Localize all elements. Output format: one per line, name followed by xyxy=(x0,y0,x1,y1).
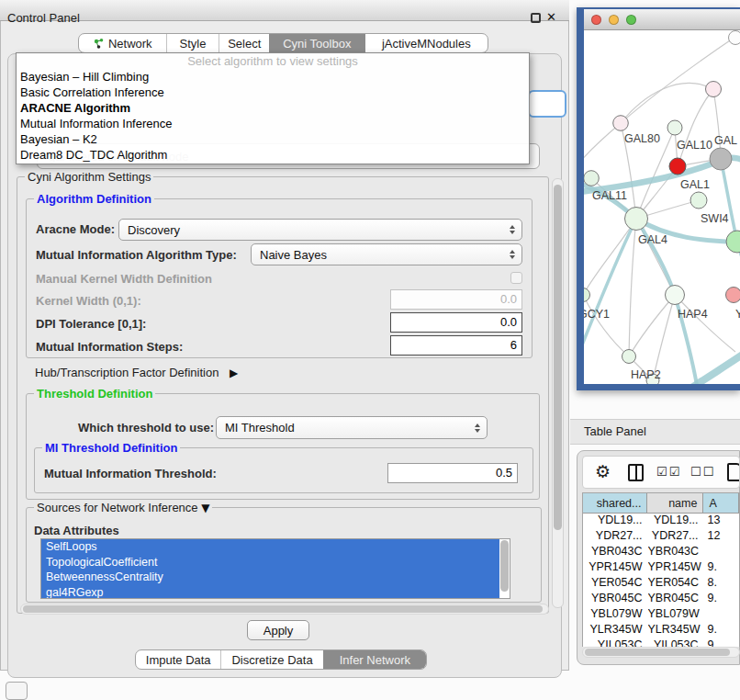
floating-handle-button[interactable] xyxy=(6,682,28,700)
attribute-item[interactable]: gal4RGexp xyxy=(41,585,499,600)
attribute-item[interactable]: TopologicalCoefficient xyxy=(41,555,499,570)
dpi-tolerance-field[interactable]: 0.0 xyxy=(390,312,522,333)
dropdown-item[interactable]: Basic Correlation Inference xyxy=(17,85,529,100)
control-panel-tabbar: Network Style Select Cyni Toolbox jActiv… xyxy=(78,33,488,53)
dropdown-item[interactable]: Mutual Information Inference xyxy=(17,116,529,131)
which-threshold-combobox[interactable]: MI Threshold xyxy=(216,416,488,439)
apply-button[interactable]: Apply xyxy=(247,620,309,640)
attribute-item[interactable]: SelfLoops xyxy=(41,539,499,555)
minimize-traffic-light[interactable] xyxy=(609,15,619,25)
table-row[interactable]: YIL053CYIL053C9 xyxy=(583,638,739,647)
network-edge-highlighted[interactable] xyxy=(584,219,636,352)
manual-kernel-checkbox[interactable] xyxy=(510,272,522,284)
network-node[interactable] xyxy=(690,192,707,209)
table-cell: YLR345W xyxy=(583,623,648,638)
table-row[interactable]: YDL19...YDL19...13 xyxy=(583,514,739,529)
sources-expander[interactable]: Sources for Network Inference ▼ xyxy=(34,501,212,514)
network-edge[interactable] xyxy=(629,219,636,356)
table-row[interactable]: YPR145WYPR145W9. xyxy=(583,560,739,576)
mi-steps-label: Mutual Information Steps: xyxy=(36,340,183,354)
network-node[interactable] xyxy=(706,82,722,97)
table-row[interactable]: YBL079WYBL079W xyxy=(583,607,739,623)
mi-threshold-field[interactable]: 0.5 xyxy=(387,463,518,483)
float-window-icon[interactable] xyxy=(531,13,541,23)
table-row[interactable]: YBR043CYBR043C xyxy=(583,545,739,560)
column-header-extra[interactable]: A xyxy=(703,493,739,514)
network-node[interactable] xyxy=(666,286,685,305)
network-edge[interactable] xyxy=(678,89,713,166)
network-node[interactable] xyxy=(726,231,740,253)
aracne-mode-value: Discovery xyxy=(128,223,180,237)
dropdown-item[interactable]: Bayesian – Hill Climbing xyxy=(17,69,529,85)
deselect-all-checkboxes-icon[interactable]: ☐☐ xyxy=(690,465,715,479)
tab-network[interactable]: Network xyxy=(79,34,166,52)
mi-type-label: Mutual Information Algorithm Type: xyxy=(36,248,237,262)
network-icon xyxy=(93,38,105,50)
network-node[interactable] xyxy=(669,158,686,175)
table-cell xyxy=(704,545,739,560)
table-row[interactable]: YLR345WYLR345W9. xyxy=(583,623,739,638)
dropdown-item[interactable]: Dream8 DC_TDC Algorithm xyxy=(17,147,529,163)
attributes-scrollbar[interactable] xyxy=(500,540,509,592)
network-node[interactable] xyxy=(625,208,648,231)
table-hscrollbar[interactable] xyxy=(582,647,740,658)
tab-style[interactable]: Style xyxy=(166,34,219,52)
close-traffic-light[interactable] xyxy=(591,15,601,25)
sources-title: Sources for Network Inference xyxy=(37,501,198,514)
network-node[interactable] xyxy=(726,288,740,303)
tab-infer-network[interactable]: Infer Network xyxy=(323,650,426,669)
table-row[interactable]: YDR27...YDR27...12 xyxy=(583,529,739,545)
select-all-checkboxes-icon[interactable]: ☑☑ xyxy=(656,465,681,479)
dropdown-placeholder[interactable]: Select algorithm to view settings xyxy=(17,53,529,69)
kernel-width-field[interactable]: 0.0 xyxy=(390,289,522,310)
dropdown-item[interactable]: Bayesian – K2 xyxy=(17,131,529,147)
settings-hscrollbar[interactable] xyxy=(20,604,549,615)
group-title: Threshold Definition xyxy=(34,387,155,401)
aracne-mode-combobox[interactable]: Discovery xyxy=(118,219,522,241)
tab-cyni-toolbox[interactable]: Cyni Toolbox xyxy=(269,34,364,52)
network-edge[interactable] xyxy=(584,123,621,164)
tab-jactivemnodules[interactable]: jActiveMNodules xyxy=(364,34,488,52)
network-node[interactable] xyxy=(584,171,599,186)
algorithm-definition-group: Algorithm Definition Aracne Mode: Discov… xyxy=(26,198,533,358)
tab-discretize-data[interactable]: Discretize Data xyxy=(220,650,322,669)
column-header-shared[interactable]: shared... xyxy=(583,493,647,514)
attribute-item[interactable]: BetweennessCentrality xyxy=(41,570,499,585)
network-node[interactable] xyxy=(667,120,682,135)
columns-icon[interactable] xyxy=(628,464,644,481)
document-icon[interactable] xyxy=(727,463,740,481)
network-canvas[interactable]: GALGAL80GAL10GAL1GAL11SWI4GAL4GCY1HAP4YH… xyxy=(584,30,740,384)
zoom-traffic-light[interactable] xyxy=(626,15,636,25)
gear-icon[interactable]: ⚙ xyxy=(595,461,611,481)
network-edge[interactable] xyxy=(629,295,675,356)
table-row[interactable]: YER054CYER054C8. xyxy=(583,576,739,592)
group-title: MI Threshold Definition xyxy=(42,441,180,455)
network-node[interactable] xyxy=(710,148,732,170)
network-edge[interactable] xyxy=(621,37,735,123)
table-cell: YBR045C xyxy=(583,592,648,607)
mi-type-combobox[interactable]: Naive Bayes xyxy=(251,243,522,265)
algorithm-combobox[interactable] xyxy=(528,90,566,118)
settings-vscrollbar[interactable] xyxy=(552,178,564,608)
hub-definition-expander[interactable]: Hub/Transcription Factor Definition ▶ xyxy=(35,366,238,379)
dropdown-item-selected[interactable]: ARACNE Algorithm xyxy=(17,100,529,116)
tab-select[interactable]: Select xyxy=(219,34,269,52)
tab-label: jActiveMNodules xyxy=(382,37,471,51)
network-edge-highlighted[interactable] xyxy=(721,159,737,242)
column-header-name[interactable]: name xyxy=(647,493,703,514)
table-cell: YPR145W xyxy=(648,560,704,576)
table-cell: 9. xyxy=(704,623,739,638)
mi-steps-field[interactable]: 6 xyxy=(390,335,522,356)
network-node[interactable] xyxy=(613,116,629,131)
network-edge[interactable] xyxy=(584,219,636,295)
network-node[interactable] xyxy=(622,350,636,364)
close-icon[interactable]: ✕ xyxy=(546,10,556,24)
network-edge[interactable] xyxy=(621,83,713,123)
table-cell: YDL19... xyxy=(648,514,704,529)
table-row[interactable]: YBR045CYBR045C9. xyxy=(583,592,739,607)
tab-impute-data[interactable]: Impute Data xyxy=(136,650,220,669)
table-cell: YBR043C xyxy=(583,545,648,560)
network-node[interactable] xyxy=(584,288,590,302)
network-node[interactable] xyxy=(729,31,740,45)
node-label: GAL4 xyxy=(638,233,667,246)
